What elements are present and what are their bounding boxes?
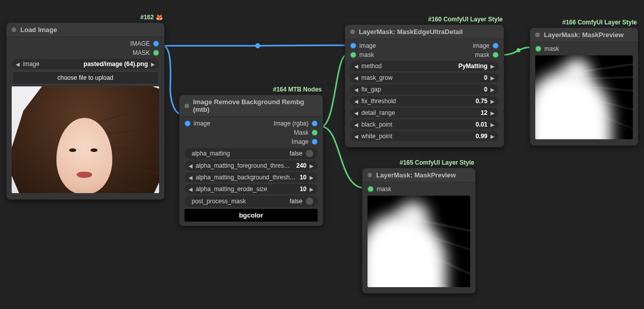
node-titlebar[interactable]: LayerMask: MaskPreview: [530, 28, 638, 42]
widget-name: white_point: [361, 133, 392, 140]
chevron-right-icon[interactable]: ▶: [490, 122, 495, 128]
upload-button[interactable]: choose file to upload: [12, 71, 159, 84]
fox-icon: 🦊: [156, 14, 163, 21]
collapse-dot-icon[interactable]: [535, 33, 540, 37]
node-badge-id: #162: [140, 14, 154, 21]
chevron-left-icon[interactable]: ◀: [354, 122, 358, 128]
widget-erode-size[interactable]: ◀ alpha_matting_erode_size 10 ▶: [185, 184, 318, 194]
output-port-mask[interactable]: [153, 50, 159, 56]
collapse-dot-icon[interactable]: [185, 104, 189, 108]
widget-mask-grow[interactable]: ◀ mask_grow 0 ▶: [350, 73, 499, 83]
node-titlebar[interactable]: Image Remove Background Rembg (mtb): [179, 95, 323, 117]
widget-value: 10: [300, 186, 306, 193]
node-badge: #162 🦊: [140, 14, 163, 21]
widget-white-point[interactable]: ◀ white_point 0.99 ▶: [350, 131, 499, 141]
widget-name: detail_range: [361, 109, 395, 116]
graph-canvas[interactable]: #162 🦊 Load Image IMAGE MASK: [0, 0, 644, 309]
node-title: LayerMask: MaskPreview: [544, 31, 624, 39]
node-rembg[interactable]: #164 MTB Nodes Image Remove Background R…: [179, 95, 323, 226]
input-port-mask[interactable]: [535, 46, 541, 52]
chevron-right-icon[interactable]: ▶: [310, 163, 314, 169]
chevron-right-icon[interactable]: ▶: [490, 64, 495, 69]
collapse-dot-icon[interactable]: [367, 173, 372, 177]
input-port-mask[interactable]: [367, 186, 374, 192]
chevron-right-icon[interactable]: ▶: [310, 187, 314, 192]
output-port-image-rgba[interactable]: [312, 120, 318, 127]
chevron-right-icon[interactable]: ▶: [151, 61, 155, 67]
toggle-icon[interactable]: [305, 149, 314, 158]
input-port-image[interactable]: [185, 120, 191, 127]
mask-preview: [535, 55, 633, 139]
widget-value: 0.75: [476, 98, 487, 105]
widget-value: 0.99: [476, 133, 487, 140]
node-mask-preview-2[interactable]: #166 ComfyUI Layer Style LayerMask: Mask…: [530, 27, 638, 146]
node-titlebar[interactable]: Load Image: [7, 23, 164, 37]
chevron-right-icon[interactable]: ▶: [490, 110, 495, 116]
output-port-image[interactable]: [493, 43, 499, 49]
chevron-left-icon[interactable]: ◀: [354, 75, 358, 81]
input-label-mask: mask: [544, 45, 559, 52]
chevron-right-icon[interactable]: ▶: [490, 87, 495, 92]
output-label-image-rgba: Image (rgba): [273, 120, 309, 127]
chevron-right-icon[interactable]: ▶: [490, 99, 495, 104]
image-preview: [12, 86, 159, 193]
widget-post-process[interactable]: post_process_mask false: [185, 196, 318, 207]
widget-name: alpha_matting_background_threshold: [196, 174, 297, 181]
toggle-icon[interactable]: [305, 197, 314, 205]
widget-name: alpha_matting: [192, 150, 230, 157]
output-port-image[interactable]: [153, 41, 159, 47]
output-port-mask[interactable]: [312, 130, 318, 136]
chevron-left-icon[interactable]: ◀: [354, 134, 358, 139]
collapse-dot-icon[interactable]: [350, 29, 355, 34]
input-port-mask[interactable]: [350, 52, 356, 58]
node-mask-edge-ultra-detail[interactable]: #160 ComfyUI Layer Style LayerMask: Mask…: [345, 24, 504, 147]
node-badge-id: #166 ComfyUI Layer Style: [562, 19, 637, 26]
widget-bgcolor[interactable]: bgcolor: [185, 209, 318, 222]
widget-fix-gap[interactable]: ◀ fix_gap 0 ▶: [350, 84, 499, 95]
widget-value: 0: [484, 86, 487, 93]
widget-value: 240: [296, 162, 306, 169]
input-label-mask: mask: [377, 186, 391, 193]
chevron-right-icon[interactable]: ▶: [310, 175, 314, 180]
node-titlebar[interactable]: LayerMask: MaskEdgeUltraDetail: [345, 25, 504, 39]
input-port-image[interactable]: [350, 43, 356, 49]
output-port-mask[interactable]: [493, 52, 499, 58]
output-port-image[interactable]: [312, 139, 318, 145]
widget-name: fix_threshold: [361, 98, 396, 105]
chevron-left-icon[interactable]: ◀: [354, 64, 358, 69]
input-label-image: image: [359, 42, 376, 49]
mask-preview: [367, 196, 470, 287]
collapse-dot-icon[interactable]: [12, 27, 16, 32]
node-mask-preview-1[interactable]: #165 ComfyUI Layer Style LayerMask: Mask…: [362, 168, 476, 294]
chevron-left-icon[interactable]: ◀: [189, 163, 193, 169]
node-load-image[interactable]: #162 🦊 Load Image IMAGE MASK: [6, 22, 165, 200]
widget-method[interactable]: ◀ method PyMatting ▶: [350, 61, 499, 71]
widget-black-point[interactable]: ◀ black_point 0.01 ▶: [350, 119, 499, 130]
widget-name: alpha_matting_foreground_threshold: [196, 162, 293, 169]
chevron-left-icon[interactable]: ◀: [16, 61, 20, 67]
widget-detail-range[interactable]: ◀ detail_range 12 ▶: [350, 108, 499, 118]
chevron-left-icon[interactable]: ◀: [189, 175, 193, 180]
widget-value: 0: [484, 74, 487, 81]
node-badge-id: #160 ComfyUI Layer Style: [428, 16, 503, 23]
image-selector[interactable]: ◀ image pasted/image (64).png ▶: [12, 59, 159, 69]
node-titlebar[interactable]: LayerMask: MaskPreview: [362, 168, 475, 182]
chevron-left-icon[interactable]: ◀: [354, 110, 358, 116]
chevron-left-icon[interactable]: ◀: [189, 187, 193, 192]
output-label-image: IMAGE: [130, 40, 150, 47]
output-label-image: Image: [292, 138, 309, 145]
node-badge: #166 ComfyUI Layer Style: [562, 19, 637, 26]
upload-button-label: choose file to upload: [57, 74, 113, 81]
widget-fix-threshold[interactable]: ◀ fix_threshold 0.75 ▶: [350, 96, 499, 106]
widget-fg-threshold[interactable]: ◀ alpha_matting_foreground_threshold 240…: [185, 161, 318, 171]
chevron-right-icon[interactable]: ▶: [490, 75, 495, 81]
node-badge-id: #165 ComfyUI Layer Style: [400, 159, 474, 166]
node-badge: #164 MTB Nodes: [273, 86, 322, 93]
widget-alpha-matting[interactable]: alpha_matting false: [185, 148, 318, 159]
widget-bg-threshold[interactable]: ◀ alpha_matting_background_threshold 10 …: [185, 172, 318, 182]
widget-name: mask_grow: [361, 74, 392, 81]
chevron-left-icon[interactable]: ◀: [354, 99, 358, 104]
chevron-left-icon[interactable]: ◀: [354, 87, 358, 92]
chevron-right-icon[interactable]: ▶: [490, 134, 495, 139]
widget-value: false: [290, 198, 302, 205]
